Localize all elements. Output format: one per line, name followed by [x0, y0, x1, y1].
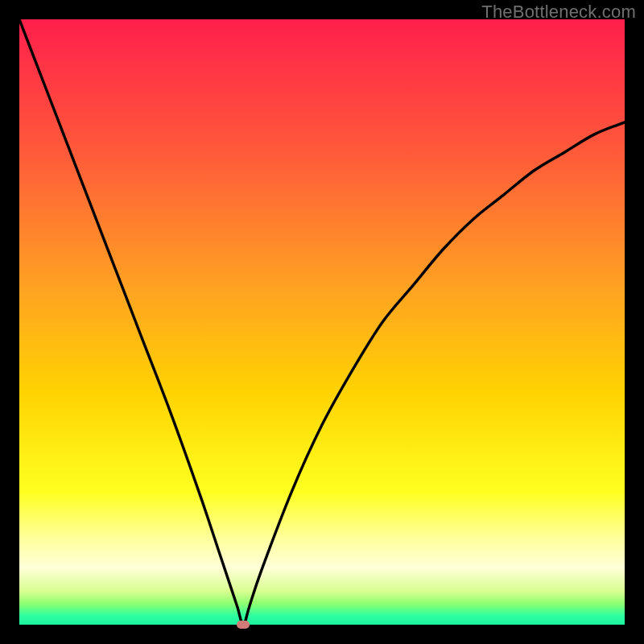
watermark-text: TheBottleneck.com	[481, 2, 636, 23]
plot-area	[19, 19, 625, 625]
bottleneck-curve	[19, 19, 625, 625]
optimal-point-marker	[237, 621, 250, 629]
chart-frame: TheBottleneck.com	[0, 0, 644, 644]
